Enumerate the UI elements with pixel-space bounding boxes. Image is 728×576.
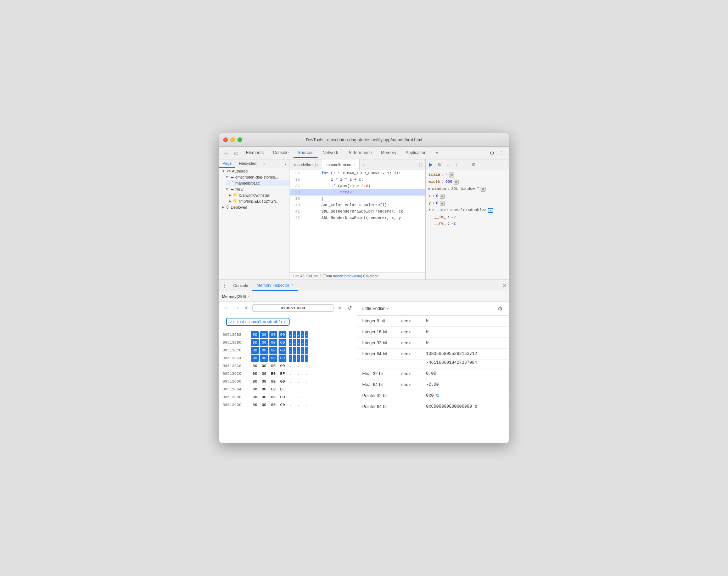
hex-row: 00513CD8 00 00 00 00 . . . (219, 393, 357, 401)
tab-console-bottom[interactable]: Console (229, 280, 252, 291)
hex-row: 00513CBC 00 00 00 C0 . . . . . (219, 339, 357, 346)
address-input[interactable] (252, 304, 334, 312)
tab-performance[interactable]: Performance (343, 148, 376, 158)
tab-network[interactable]: Network (318, 148, 342, 158)
maximize-button[interactable] (237, 137, 242, 142)
tree-mandelbrot-cc[interactable]: 📄 mandelbrot.cc (226, 180, 290, 186)
close-memory-instance-icon[interactable]: × (247, 294, 250, 298)
chevron-down-icon[interactable]: ▼ (429, 208, 431, 212)
tree-tmp[interactable]: ▶ 📁 tmp/tmp.ELcTq2YGN... (226, 198, 290, 204)
tree-item-label: file:// (235, 187, 243, 191)
folder-icon: 📁 (233, 199, 238, 203)
format-int8[interactable]: dec ∨ (401, 318, 426, 323)
format-icon[interactable]: { } (416, 159, 425, 170)
variable-badge: z: std::complex<double> (226, 318, 290, 326)
bottom-area: ⋮ Console Memory Inspector × × Memory(25… (219, 280, 509, 443)
tree-emscripten[interactable]: ▼ ☁ emscripten-dbg-stories... (223, 174, 290, 180)
format-int64[interactable]: dec ∨ (401, 351, 426, 356)
pointer64-link-icon[interactable]: ⧉ (475, 405, 477, 409)
hex-row: 00513CC8 00 00 00 00 . . . (219, 362, 357, 370)
nav-back-btn[interactable]: ↩ (223, 304, 230, 312)
hex-row: 00513CC4 00 00 00 C0 . . . . . (219, 354, 357, 362)
inspector-row-int32: Integer 32-bit dec ∨ 0 (357, 338, 509, 349)
inspect-icon[interactable]: ⊹ (222, 149, 230, 157)
step-btn[interactable]: → (461, 161, 469, 169)
chip-icon[interactable]: ⊞ (440, 201, 445, 206)
pointer-link-icon[interactable]: ⧉ (436, 394, 439, 398)
chip-icon[interactable]: ⊞ (454, 180, 459, 185)
code-tab-more[interactable]: » (360, 159, 368, 170)
tab-application[interactable]: Application (401, 148, 431, 158)
refresh-btn[interactable]: ↺ (346, 304, 353, 312)
panel-kebab-icon[interactable]: ⋮ (281, 159, 290, 168)
chevron-down-icon: ▼ (225, 175, 229, 179)
step-over-btn[interactable]: ↻ (436, 161, 443, 169)
scope-item-width: width : 600 ⊞ (426, 179, 509, 186)
int64-extra-value: -4611686018427387904 (357, 360, 509, 368)
tree-file[interactable]: ▼ ☁ file:// (223, 186, 290, 192)
tab-more-left[interactable]: » (261, 159, 267, 168)
code-area: 35 for (; i < MAX_ITER_COUNT - 1; i++ 36… (290, 170, 425, 272)
more-options-icon[interactable]: ⋮ (498, 149, 506, 157)
wasm-link[interactable]: mandelbrot.wasm (333, 274, 361, 278)
format-float32[interactable]: dec ∨ (401, 371, 426, 376)
top-tab-bar: Elements Console Sources Network Perform… (242, 148, 442, 158)
close-memory-tab-icon[interactable]: × (291, 283, 293, 287)
window-title: DevTools - emscripten-dbg-stories.netlif… (306, 137, 422, 142)
code-tab-mandelbrot-cc[interactable]: mandelbrot.cc × (322, 159, 360, 170)
code-tab-label: mandelbrot.js (294, 163, 318, 167)
tree-authored[interactable]: ▼ <> Authored (219, 168, 290, 174)
inspector-header: Little Endian ∨ ⚙ (357, 302, 509, 316)
device-icon[interactable]: ▭ (232, 149, 240, 157)
tree-item-label: Deployed (231, 205, 247, 209)
format-int32[interactable]: dec ∨ (401, 340, 426, 345)
right-panel: ▶ ↻ ↓ ↑ → ⊘ scale : 4 ⊞ width : 600 (426, 159, 509, 279)
code-line: 40 SDL_Color color = palette[i]; (290, 202, 425, 208)
code-tab-mandelbrot-js[interactable]: mandelbrot.js (290, 159, 322, 170)
tab-page[interactable]: Page (219, 159, 235, 168)
close-bottom-panel-icon[interactable]: × (503, 282, 506, 289)
toolbar-right: ⚙ ⋮ (488, 149, 506, 157)
code-line-highlighted: 38 break; (290, 189, 425, 196)
close-tab-icon[interactable]: × (353, 163, 355, 166)
code-line: 42 SDL_RenderDrawPoint(renderer, x, y (290, 215, 425, 221)
inspector-row-int64: Integer 64-bit dec ∨ 1383505805528216371… (357, 349, 509, 360)
memory-inspector-icon[interactable]: ⊞ (488, 208, 493, 213)
tab-filesystem[interactable]: Filesystem (235, 159, 261, 168)
minimize-button[interactable] (230, 137, 235, 142)
code-tabs: mandelbrot.js mandelbrot.cc × » { } (290, 159, 425, 170)
endian-selector[interactable]: Little Endian ∨ (362, 306, 389, 311)
scope-item-re: __re_ : -2 (426, 220, 509, 227)
tree-install[interactable]: ▶ 📁 b/s/w/ir/x/w/install (226, 192, 290, 198)
step-into-btn[interactable]: ↓ (444, 161, 452, 169)
left-panel: Page Filesystem » ⋮ ▼ <> Authored ▼ ☁ em… (219, 159, 290, 279)
chevron-right-icon[interactable]: ▶ (429, 187, 431, 191)
format-float64[interactable]: dec ∨ (401, 382, 426, 387)
tab-memory-inspector[interactable]: Memory Inspector × (252, 280, 298, 291)
settings-icon[interactable]: ⚙ (488, 149, 496, 157)
tab-more[interactable]: » (431, 148, 442, 158)
step-out-btn[interactable]: ↑ (453, 161, 460, 169)
chip-icon[interactable]: ⊞ (449, 173, 454, 177)
deactivate-btn[interactable]: ⊘ (470, 161, 477, 169)
nav-next-btn[interactable]: > (336, 304, 343, 312)
tab-sources[interactable]: Sources (293, 148, 318, 158)
nav-forward-btn[interactable]: ↪ (233, 304, 240, 312)
file-icon: 📄 (229, 181, 234, 185)
close-button[interactable] (223, 137, 228, 142)
nav-prev-btn[interactable]: < (242, 304, 250, 312)
tab-console[interactable]: Console (269, 148, 293, 158)
tab-memory[interactable]: Memory (377, 148, 401, 158)
tab-elements[interactable]: Elements (242, 148, 268, 158)
resume-btn[interactable]: ▶ (427, 161, 435, 169)
panel-tabs: Page Filesystem » ⋮ (219, 159, 290, 168)
tree-deployed[interactable]: ▶ ⬡ Deployed (219, 204, 290, 210)
format-int16[interactable]: dec ∨ (401, 329, 426, 334)
chip-icon[interactable]: ⊞ (440, 194, 445, 199)
inspector-settings-icon[interactable]: ⚙ (496, 305, 504, 312)
status-bar: Line 43, Column 6 (From mandelbrot.wasm)… (290, 272, 425, 279)
inspector-row-int8: Integer 8-bit dec ∨ 0 (357, 316, 509, 327)
chip-icon[interactable]: ⊞ (481, 187, 486, 192)
titlebar: DevTools - emscripten-dbg-stories.netlif… (219, 133, 509, 147)
bottom-panel-dots[interactable]: ⋮ (222, 283, 228, 288)
